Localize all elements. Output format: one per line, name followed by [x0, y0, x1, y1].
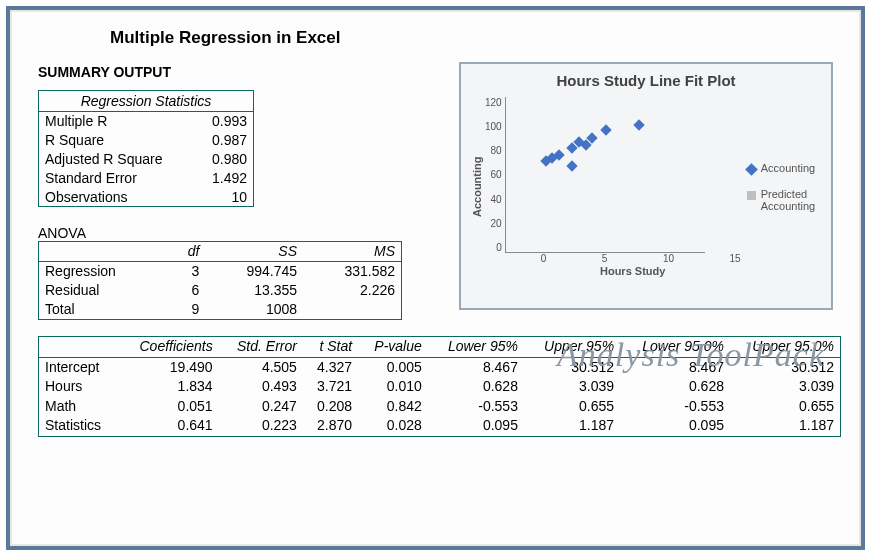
table-row: Observations10 [39, 188, 254, 207]
table-row: Multiple R0.993 [39, 112, 254, 131]
legend-label-2: Predicted Accounting [761, 188, 841, 212]
stat-label: Multiple R [39, 112, 196, 131]
anova-df: 3 [168, 262, 205, 281]
table-row: Adjusted R Square0.980 [39, 150, 254, 169]
anova-label: ANOVA [38, 225, 438, 241]
diamond-icon [745, 163, 758, 176]
table-row: Regression 3 994.745 331.582 [39, 262, 402, 281]
anova-df: 6 [168, 281, 205, 300]
chart-legend: Accounting Predicted Accounting [741, 93, 841, 281]
x-tick: 15 [730, 253, 741, 264]
table-row: Hours 1.8340.493 3.7210.010 0.6283.039 0… [39, 377, 841, 397]
y-tick: 60 [485, 169, 502, 180]
left-column: SUMMARY OUTPUT Regression Statistics Mul… [38, 64, 438, 320]
legend-item-accounting: Accounting [747, 162, 841, 174]
anova-ms [303, 300, 401, 319]
document-frame: Multiple Regression in Excel SUMMARY OUT… [6, 6, 865, 550]
y-tick: 20 [485, 218, 502, 229]
table-row: Standard Error1.492 [39, 169, 254, 188]
chart-plot-area [505, 97, 705, 253]
anova-label: Total [39, 300, 169, 319]
stat-value: 1.492 [196, 169, 254, 188]
stat-label: Observations [39, 188, 196, 207]
stat-value: 0.993 [196, 112, 254, 131]
y-tick: 100 [485, 121, 502, 132]
page-title: Multiple Regression in Excel [110, 28, 833, 48]
table-row: Total 9 1008 [39, 300, 402, 319]
legend-label-1: Accounting [761, 162, 815, 174]
stat-label: Standard Error [39, 169, 196, 188]
coef-label: Intercept [39, 357, 119, 377]
coef-label: Math [39, 397, 119, 417]
coef-col-header: P-value [358, 337, 428, 358]
anova-ms: 2.226 [303, 281, 401, 300]
coef-col-header: Std. Error [219, 337, 303, 358]
anova-ms: 331.582 [303, 262, 401, 281]
y-tick: 80 [485, 145, 502, 156]
x-tick: 5 [602, 253, 608, 264]
y-tick: 0 [485, 242, 502, 253]
coef-col-header [39, 337, 119, 358]
chart-x-axis-label: Hours Study [525, 265, 741, 277]
summary-output-label: SUMMARY OUTPUT [38, 64, 438, 80]
anova-table: dfSSMS Regression 3 994.745 331.582Resid… [38, 241, 402, 320]
coef-col-header: Coefficients [119, 337, 219, 358]
data-point [600, 124, 611, 135]
legend-item-predicted: Predicted Accounting [747, 188, 841, 212]
square-icon [747, 191, 756, 200]
anova-col-header: SS [205, 242, 303, 262]
anova-col-header: df [168, 242, 205, 262]
data-point [567, 161, 578, 172]
x-tick: 0 [541, 253, 547, 264]
y-tick: 120 [485, 97, 502, 108]
coef-col-header: Lower 95% [428, 337, 524, 358]
stat-label: Adjusted R Square [39, 150, 196, 169]
anova-ss: 13.355 [205, 281, 303, 300]
y-tick: 40 [485, 194, 502, 205]
table-row: Residual 6 13.355 2.226 [39, 281, 402, 300]
data-point [633, 119, 644, 130]
stat-value: 10 [196, 188, 254, 207]
table-row: Math 0.0510.247 0.2080.842 -0.5530.655 -… [39, 397, 841, 417]
table-row: Statistics 0.6410.223 2.8700.028 0.0951.… [39, 416, 841, 436]
analysis-toolpack-label: Analysis ToolPack [557, 336, 825, 374]
anova-df: 9 [168, 300, 205, 319]
coef-col-header: t Stat [303, 337, 358, 358]
anova-col-header [39, 242, 169, 262]
anova-ss: 994.745 [205, 262, 303, 281]
stat-value: 0.980 [196, 150, 254, 169]
regression-statistics-header: Regression Statistics [39, 91, 254, 112]
coef-label: Statistics [39, 416, 119, 436]
regression-statistics-table: Regression Statistics Multiple R0.993R S… [38, 90, 254, 207]
anova-col-header: MS [303, 242, 401, 262]
coef-label: Hours [39, 377, 119, 397]
anova-label: Residual [39, 281, 169, 300]
chart-title: Hours Study Line Fit Plot [469, 72, 823, 89]
chart-container: Hours Study Line Fit Plot Accounting 120… [459, 62, 833, 310]
chart-y-ticks: 120100806040200 [485, 97, 505, 253]
anova-ss: 1008 [205, 300, 303, 319]
x-tick: 10 [663, 253, 674, 264]
stat-value: 0.987 [196, 131, 254, 150]
anova-label: Regression [39, 262, 169, 281]
stat-label: R Square [39, 131, 196, 150]
chart-y-axis-label: Accounting [469, 93, 485, 281]
chart-x-ticks: 051015 [541, 253, 741, 264]
table-row: R Square0.987 [39, 131, 254, 150]
